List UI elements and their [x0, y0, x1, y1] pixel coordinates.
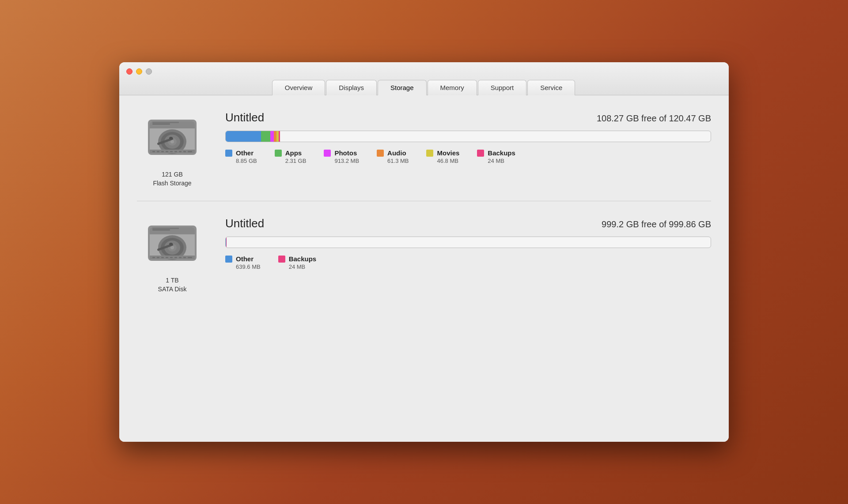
disk2-type: SATA Disk	[158, 285, 187, 294]
svg-rect-15	[157, 151, 159, 152]
tab-service[interactable]: Service	[527, 80, 575, 95]
main-window: Overview Displays Storage Memory Support…	[119, 62, 729, 442]
disk2-icon	[144, 214, 201, 272]
svg-rect-4	[152, 122, 179, 123]
svg-rect-17	[166, 151, 168, 152]
svg-rect-42	[174, 257, 177, 258]
tab-bar: Overview Displays Storage Memory Support…	[272, 80, 576, 95]
legend-apps: Apps 2.31 GB	[275, 149, 307, 164]
svg-point-35	[169, 243, 173, 245]
audio-color-swatch	[377, 150, 384, 157]
backups-color-swatch	[477, 150, 484, 157]
other-color-swatch	[225, 150, 232, 157]
disk1-type: Flash Storage	[153, 179, 191, 188]
disk-divider	[137, 201, 711, 201]
titlebar: Overview Displays Storage Memory Support…	[119, 62, 729, 95]
disk1-header: Untitled 108.27 GB free of 120.47 GB	[225, 111, 711, 124]
svg-rect-39	[161, 257, 164, 258]
legend-backups: Backups 24 MB	[477, 149, 515, 164]
svg-point-10	[170, 140, 174, 143]
svg-rect-18	[170, 151, 173, 152]
backups2-label: Backups	[289, 255, 317, 263]
disk1-bar	[225, 131, 711, 142]
disk2-capacity: 1 TB	[158, 276, 187, 285]
movies-color-swatch	[426, 150, 433, 157]
svg-rect-26	[150, 231, 195, 234]
svg-rect-16	[161, 151, 164, 152]
storage-content: 121 GB Flash Storage Untitled 108.27 GB …	[119, 95, 729, 442]
legend2-other: Other 639.6 MB	[225, 255, 261, 270]
movies-size: 46.8 MB	[426, 158, 458, 164]
window-controls	[126, 68, 152, 75]
disk2-info: Untitled 999.2 GB free of 999.86 GB Othe…	[225, 214, 711, 270]
minimize-button[interactable]	[136, 68, 142, 75]
apps-label: Apps	[285, 149, 302, 157]
disk2-icon-area: 1 TB SATA Disk	[137, 214, 208, 293]
backups2-size: 24 MB	[278, 263, 306, 270]
svg-rect-43	[179, 257, 182, 258]
svg-rect-41	[170, 257, 173, 258]
disk1-label: 121 GB Flash Storage	[153, 170, 191, 188]
disk1-legend: Other 8.85 GB Apps 2.31 GB	[225, 149, 711, 164]
svg-rect-28	[152, 229, 170, 230]
tab-memory[interactable]: Memory	[428, 80, 477, 95]
svg-point-33	[170, 246, 174, 249]
photos-color-swatch	[324, 150, 331, 157]
disk1-segment-apps	[261, 131, 270, 142]
tab-overview[interactable]: Overview	[272, 80, 326, 95]
disk1-segment-backups	[279, 131, 280, 142]
apps-size: 2.31 GB	[275, 158, 307, 164]
svg-rect-27	[152, 228, 179, 229]
disk1-icon	[144, 109, 201, 166]
legend-photos: Photos 913.2 MB	[324, 149, 359, 164]
disk2-label: 1 TB SATA Disk	[158, 276, 187, 293]
disk2-name: Untitled	[225, 217, 264, 230]
disk2-section: 1 TB SATA Disk Untitled 999.2 GB free of…	[137, 214, 711, 293]
disk1-icon-area: 121 GB Flash Storage	[137, 109, 208, 188]
tab-storage[interactable]: Storage	[378, 80, 427, 95]
apps-color-swatch	[275, 150, 282, 157]
disk1-info: Untitled 108.27 GB free of 120.47 GB	[225, 109, 711, 164]
svg-rect-44	[183, 257, 186, 258]
svg-rect-40	[166, 257, 168, 258]
disk1-segment-other	[226, 131, 261, 142]
movies-label: Movies	[437, 149, 459, 157]
disk2-free: 999.2 GB free of 999.86 GB	[602, 219, 711, 229]
svg-rect-21	[183, 151, 186, 152]
photos-label: Photos	[334, 149, 357, 157]
other-label: Other	[236, 149, 254, 157]
photos-size: 913.2 MB	[324, 158, 359, 164]
tab-displays[interactable]: Displays	[326, 80, 377, 95]
disk1-free: 108.27 GB free of 120.47 GB	[597, 113, 711, 124]
disk1-section: 121 GB Flash Storage Untitled 108.27 GB …	[137, 109, 711, 188]
legend-audio: Audio 61.3 MB	[377, 149, 409, 164]
other2-size: 639.6 MB	[225, 263, 261, 270]
other-size: 8.85 GB	[225, 158, 257, 164]
disk2-legend: Other 639.6 MB Backups 24 MB	[225, 255, 711, 270]
disk2-header: Untitled 999.2 GB free of 999.86 GB	[225, 217, 711, 230]
disk2-segment-backups	[226, 237, 227, 248]
backups-label: Backups	[488, 149, 515, 157]
maximize-button[interactable]	[146, 68, 152, 75]
backups2-color-swatch	[278, 256, 285, 263]
svg-rect-22	[188, 151, 192, 152]
audio-size: 61.3 MB	[377, 158, 409, 164]
backups-size: 24 MB	[477, 158, 504, 164]
svg-rect-20	[179, 151, 182, 152]
svg-rect-3	[150, 125, 195, 128]
legend-movies: Movies 46.8 MB	[426, 149, 459, 164]
svg-rect-14	[152, 151, 155, 152]
svg-rect-45	[188, 257, 192, 258]
disk1-name: Untitled	[225, 111, 264, 124]
svg-rect-19	[174, 151, 177, 152]
audio-label: Audio	[387, 149, 406, 157]
svg-rect-38	[157, 257, 159, 258]
close-button[interactable]	[126, 68, 132, 75]
legend2-backups: Backups 24 MB	[278, 255, 317, 270]
svg-rect-5	[152, 124, 170, 124]
other2-label: Other	[236, 255, 254, 263]
disk1-segment-photos	[270, 131, 274, 142]
svg-point-12	[169, 137, 173, 139]
tab-support[interactable]: Support	[478, 80, 527, 95]
legend-other: Other 8.85 GB	[225, 149, 257, 164]
